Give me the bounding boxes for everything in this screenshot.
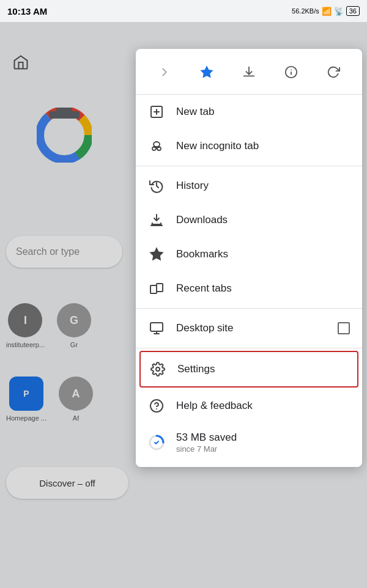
saved-label-group: 53 MB saved since 7 Mar — [176, 432, 237, 454]
saved-sublabel: since 7 Mar — [176, 444, 237, 454]
divider-2 — [136, 308, 362, 309]
svg-rect-20 — [150, 285, 157, 293]
incognito-icon — [148, 138, 165, 155]
history-icon — [148, 177, 165, 194]
settings-highlighted-container: Settings — [139, 351, 358, 388]
menu-item-help[interactable]: Help & feedback — [136, 389, 362, 423]
info-button[interactable] — [278, 59, 305, 86]
new-tab-label: New tab — [176, 106, 350, 118]
menu-item-desktop-site[interactable]: Desktop site — [136, 311, 362, 345]
menu-item-incognito[interactable]: New incognito tab — [136, 129, 362, 163]
history-label: History — [176, 180, 350, 192]
new-tab-icon — [148, 103, 165, 120]
divider-1 — [136, 166, 362, 166]
svg-point-13 — [154, 142, 160, 147]
divider-3 — [136, 348, 362, 348]
menu-item-recent-tabs[interactable]: Recent tabs — [136, 271, 362, 306]
menu-item-downloads[interactable]: Downloads — [136, 203, 362, 237]
incognito-label: New incognito tab — [176, 140, 350, 152]
help-icon — [148, 397, 165, 414]
forward-button[interactable] — [151, 59, 178, 86]
settings-label: Settings — [177, 363, 349, 375]
svg-marker-19 — [150, 248, 163, 260]
help-label: Help & feedback — [176, 400, 350, 412]
svg-rect-22 — [150, 323, 163, 331]
svg-point-25 — [156, 367, 160, 371]
dropdown-menu: New tab New incognito tab — [136, 49, 362, 467]
svg-marker-6 — [201, 67, 212, 77]
downloads-icon — [148, 211, 165, 229]
download-button[interactable] — [235, 59, 262, 86]
recent-tabs-icon — [148, 280, 165, 297]
network-speed: 56.2KB/s — [292, 7, 319, 15]
menu-item-history[interactable]: History — [136, 169, 362, 203]
saved-label: 53 MB saved — [176, 432, 237, 444]
menu-item-settings[interactable]: Settings — [141, 352, 357, 386]
downloads-label: Downloads — [176, 214, 350, 226]
settings-icon — [149, 361, 166, 378]
recent-tabs-label: Recent tabs — [176, 282, 350, 295]
menu-item-bookmarks[interactable]: Bookmarks — [136, 237, 362, 271]
menu-item-new-tab[interactable]: New tab — [136, 95, 362, 129]
svg-rect-21 — [157, 284, 163, 292]
status-time: 10:13 AM — [7, 6, 47, 17]
battery-level: 36 — [349, 7, 357, 15]
status-bar: 10:13 AM 56.2KB/s 📶 📡 36 — [0, 0, 367, 22]
saved-icon — [148, 434, 165, 451]
bookmarks-icon — [148, 246, 165, 263]
desktop-site-checkbox[interactable] — [338, 322, 350, 334]
desktop-site-icon — [148, 320, 165, 337]
desktop-site-label: Desktop site — [176, 322, 327, 334]
dropdown-overlay[interactable]: New tab New incognito tab — [0, 22, 367, 588]
menu-toolbar — [136, 49, 362, 95]
bookmark-button[interactable] — [193, 59, 220, 86]
status-icons: 56.2KB/s 📶 📡 36 — [292, 6, 360, 16]
wifi-icon: 📡 — [334, 7, 344, 16]
svg-rect-16 — [154, 147, 160, 148]
battery-icon: 36 — [346, 6, 360, 16]
refresh-button[interactable] — [320, 59, 347, 86]
signal-icon: 📶 — [322, 7, 332, 16]
menu-item-saved[interactable]: 53 MB saved since 7 Mar — [136, 423, 362, 462]
bookmarks-label: Bookmarks — [176, 248, 350, 260]
